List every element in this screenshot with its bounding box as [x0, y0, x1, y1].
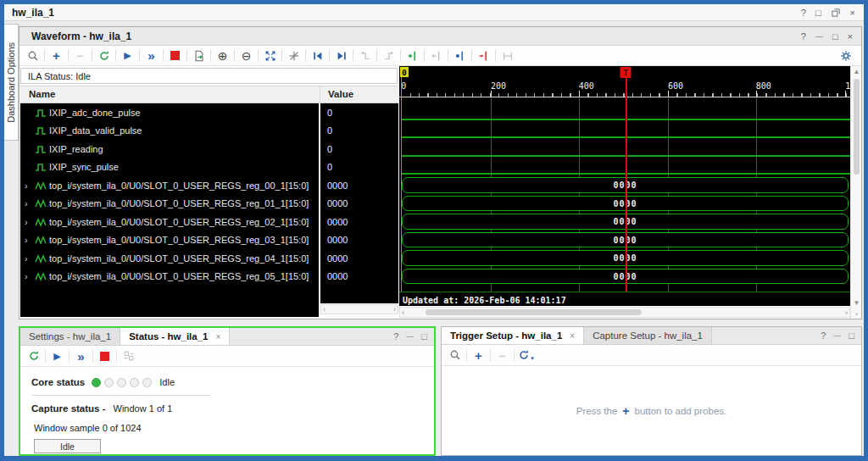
wave-ruler[interactable]: 02004006008001,0 [399, 77, 850, 97]
add-probes-button[interactable]: + [47, 47, 66, 64]
tab-settings[interactable]: Settings - hw_ila_1 [20, 328, 120, 345]
expander-icon[interactable]: › [25, 235, 35, 245]
signal-row[interactable]: ›top_i/system_ila_0/U0/SLOT_0_USER_REGS_… [20, 231, 319, 250]
minimize-icon[interactable]: — [815, 32, 823, 41]
help-icon[interactable]: ? [821, 330, 826, 341]
signal-row[interactable]: ›top_i/system_ila_0/U0/SLOT_0_USER_REGS_… [20, 213, 319, 231]
zoom-fit-button[interactable] [260, 47, 280, 64]
dashboard-options-tab[interactable]: Dashboard Options [4, 24, 19, 141]
expander-icon[interactable]: › [25, 271, 35, 281]
search-button[interactable] [445, 347, 465, 364]
auto-retrigger-button[interactable]: ▾ [516, 347, 536, 364]
scrollbar-thumb[interactable] [854, 79, 860, 175]
signal-row[interactable]: IXIP_adc_done_pulse [20, 103, 319, 122]
add-marker-button[interactable] [403, 47, 422, 64]
scroll-right-icon[interactable]: › [845, 308, 848, 317]
crosshairs-button[interactable] [284, 47, 303, 64]
value-column-scrollbar[interactable]: ‹ › [320, 304, 398, 314]
waveform-panel-header[interactable]: Waveform - hw_ila_1 ? — □ × [19, 27, 861, 46]
measure-button[interactable] [498, 47, 517, 64]
signal-row[interactable]: IXIP_data_valid_pulse [20, 122, 319, 141]
trigger-position-marker-button[interactable] [450, 47, 470, 64]
minimize-icon[interactable]: — [833, 331, 841, 340]
help-icon[interactable]: ? [801, 31, 806, 42]
remove-probes-button[interactable]: − [70, 47, 90, 64]
search-button[interactable] [23, 47, 42, 64]
scroll-down-icon[interactable]: ▼ [851, 299, 862, 307]
close-icon[interactable]: × [215, 332, 220, 342]
expander-icon[interactable]: › [25, 198, 35, 208]
scrollbar-thumb[interactable] [426, 309, 642, 315]
marker-0-line[interactable] [401, 77, 402, 292]
wave-vertical-scrollbar[interactable]: ▲ ▼ › [850, 66, 861, 319]
trigger-line[interactable] [626, 77, 627, 292]
export-data-button[interactable] [189, 47, 209, 64]
maximize-icon[interactable]: □ [421, 331, 427, 342]
expander-icon[interactable]: › [25, 217, 35, 227]
close-icon[interactable]: × [848, 31, 853, 42]
wave-lane: 0000 [399, 268, 850, 286]
signal-value: 0000 [320, 213, 398, 231]
scroll-right-icon[interactable]: › [393, 305, 396, 314]
name-column-header[interactable]: Name [29, 89, 55, 99]
expander-icon[interactable]: › [25, 253, 35, 264]
wave-lane: 0000 [399, 176, 850, 195]
column-resizer[interactable] [320, 86, 320, 103]
previous-marker-button[interactable] [426, 47, 446, 64]
next-transition-button[interactable] [379, 47, 398, 64]
signal-row[interactable]: ›top_i/system_ila_0/U0/SLOT_0_USER_REGS_… [20, 195, 319, 214]
signal-name: IXIP_sync_pulse [49, 162, 119, 172]
waveform-settings-gear-icon[interactable] [836, 47, 855, 64]
maximize-icon[interactable]: □ [815, 8, 821, 18]
tab-capture-setup[interactable]: Capture Setup - hw_ila_1 [584, 327, 712, 344]
status-tabbar: Settings - hw_ila_1 Status - hw_ila_1× ?… [20, 328, 434, 346]
wave-horizontal-scrollbar[interactable]: ‹ › [399, 307, 850, 318]
signal-row[interactable]: IXIP_sync_pulse [20, 158, 319, 177]
signal-row[interactable]: ›top_i/system_ila_0/U0/SLOT_0_USER_REGS_… [20, 176, 319, 195]
run-trigger-loop-button[interactable] [94, 47, 114, 64]
marker-0-flag[interactable]: 0 [400, 67, 409, 77]
scroll-left-icon[interactable]: ‹ [402, 308, 404, 317]
run-trigger-button[interactable]: ▶ [118, 47, 137, 64]
stop-trigger-button[interactable] [165, 47, 185, 64]
maximize-icon[interactable]: □ [832, 31, 838, 42]
signal-row[interactable]: IXIP_reading [20, 140, 319, 158]
wave-canvas[interactable]: 0 T 02004006008001,0 0000000000000000000… [399, 66, 850, 306]
status-dot [142, 378, 152, 387]
previous-transition-button[interactable] [355, 47, 375, 64]
remove-probe-button[interactable]: − [492, 347, 512, 364]
float-window-icon[interactable] [831, 8, 841, 18]
run-trigger-immediate-button[interactable]: » [142, 47, 161, 64]
minimize-icon[interactable]: — [406, 332, 414, 341]
signal-row[interactable]: ›top_i/system_ila_0/U0/SLOT_0_USER_REGS_… [20, 268, 319, 286]
run-trigger-immediate-button[interactable]: » [71, 347, 91, 364]
signal-row[interactable]: ›top_i/system_ila_0/U0/SLOT_0_USER_REGS_… [20, 249, 319, 268]
add-probe-button[interactable]: + [469, 347, 488, 364]
help-icon[interactable]: ? [393, 331, 398, 342]
run-trigger-loop-button[interactable] [24, 347, 43, 364]
trigger-empty-hint: Press the + button to add probes. [442, 366, 861, 456]
bus-signal-icon [35, 216, 47, 228]
scroll-up-icon[interactable]: ▲ [851, 68, 862, 75]
compare-windows-button[interactable] [119, 347, 138, 364]
expander-icon[interactable]: › [25, 181, 35, 191]
scroll-left-icon[interactable]: ‹ [323, 305, 326, 314]
go-to-end-button[interactable] [331, 47, 351, 64]
value-column-header[interactable]: Value [328, 89, 353, 99]
go-to-start-button[interactable] [308, 47, 327, 64]
tab-trigger-setup[interactable]: Trigger Setup - hw_ila_1× [442, 327, 584, 344]
zoom-out-button[interactable]: ⊖ [236, 47, 256, 64]
wave-lane [399, 158, 850, 177]
remove-marker-button[interactable] [474, 47, 493, 64]
close-icon[interactable]: × [850, 8, 855, 18]
scroll-right-icon[interactable]: › [851, 310, 862, 318]
run-trigger-button[interactable]: ▶ [47, 347, 67, 364]
maximize-icon[interactable]: □ [849, 330, 854, 341]
help-icon[interactable]: ? [801, 8, 806, 18]
stop-trigger-button[interactable] [95, 347, 114, 364]
zoom-in-button[interactable]: ⊕ [213, 47, 232, 64]
close-icon[interactable]: × [570, 331, 575, 341]
trigger-flag[interactable]: T [620, 67, 632, 78]
wave-lane [399, 103, 850, 122]
tab-status[interactable]: Status - hw_ila_1× [120, 328, 230, 345]
